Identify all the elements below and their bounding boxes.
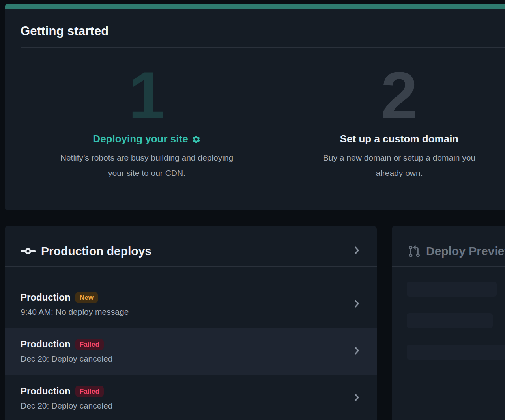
chevron-right-icon[interactable] [354,300,359,309]
deploying-your-site-link[interactable]: Deploying your site [93,133,200,145]
deploy-list: Production New 9:40 AM: No deploy messag… [5,267,377,420]
git-commit-icon [21,247,36,255]
deploy-message: Dec 20: Deploy canceled [21,401,112,411]
step-description-line: Buy a new domain or setup a domain you [273,150,505,165]
chevron-right-icon[interactable] [354,246,359,256]
deploy-message: 9:40 AM: No deploy message [21,307,129,317]
git-pull-request-icon [408,245,421,258]
getting-started-card: Getting started 1 Deploying your site Ne… [5,4,505,210]
deploy-env-label: Production [21,291,71,303]
skeleton-row [407,313,493,328]
status-badge: Failed [75,339,104,350]
deploy-previews-title: Deploy Previews [426,245,505,258]
getting-started-title: Getting started [21,24,505,38]
status-badge: Failed [75,386,104,397]
deploy-message: Dec 20: Deploy canceled [21,354,112,364]
skeleton-list [392,282,505,360]
step-custom-domain: 2 Set up a custom domain Buy a new domai… [273,48,505,181]
step-number-2: 2 [273,48,505,120]
custom-domain-title: Set up a custom domain [273,133,505,145]
deploy-row[interactable]: Production Failed Dec 20: Deploy cancele… [5,375,377,420]
production-deploys-header[interactable]: Production deploys [5,226,377,267]
step-description: Netlify’s robots are busy building and d… [21,150,273,181]
deploy-env-label: Production [21,385,71,397]
deploying-your-site-label: Deploying your site [93,133,188,145]
chevron-right-icon[interactable] [354,347,359,356]
production-deploys-card: Production deploys Production New 9:40 A… [5,226,377,420]
production-deploys-title: Production deploys [41,245,152,258]
step-description-line: already own. [273,165,505,181]
skeleton-row [407,282,497,297]
deploy-row[interactable]: Production New 9:40 AM: No deploy messag… [5,281,377,328]
step-description-line: your site to our CDN. [21,165,273,181]
onboarding-steps: 1 Deploying your site Netlify’s robots a… [21,48,505,181]
deploy-previews-card: Deploy Previews [392,226,505,420]
deploy-row[interactable]: Production Failed Dec 20: Deploy cancele… [5,328,377,375]
gear-icon [192,135,201,144]
step-number-1: 1 [21,48,273,120]
status-badge: New [75,292,98,303]
deploy-env-label: Production [21,338,71,350]
skeleton-row [407,345,505,360]
step-description: Buy a new domain or setup a domain you a… [273,150,505,181]
teal-accent-bar [5,4,505,9]
chevron-right-icon[interactable] [354,394,359,403]
deploy-previews-header[interactable]: Deploy Previews [392,226,505,267]
step-description-line: Netlify’s robots are busy building and d… [21,150,273,165]
step-deploying-your-site: 1 Deploying your site Netlify’s robots a… [21,48,273,181]
